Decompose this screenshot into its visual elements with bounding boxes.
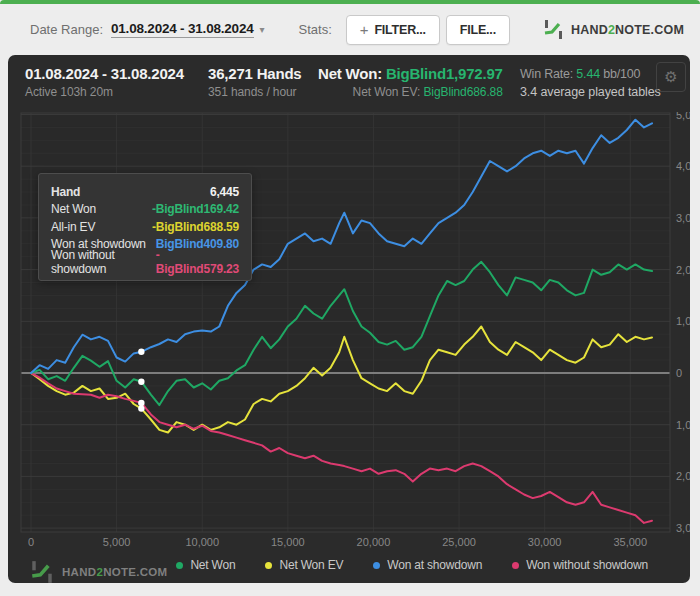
hand2note-brand: HAND2NOTE.COM (543, 19, 684, 40)
svg-text:3,000: 3,000 (676, 522, 690, 534)
stats-header: 01.08.2024 - 31.08.2024 Active 103h 20m … (8, 55, 690, 112)
svg-text:30,000: 30,000 (528, 536, 562, 548)
settings-button[interactable]: ⚙ (656, 62, 686, 92)
svg-text:0: 0 (676, 367, 682, 379)
plus-icon: + (360, 25, 369, 35)
legend-dot-won-at-showdown (373, 562, 380, 569)
legend-dot-net-won-ev (265, 562, 272, 569)
svg-text:2,000: 2,000 (676, 264, 690, 276)
legend-item-won-without-showdown[interactable]: Won without showdown (512, 558, 648, 572)
chart-area[interactable]: 5,0004,0003,0002,0001,00001,0002,0003,00… (8, 112, 690, 558)
legend-dot-won-without-showdown (512, 562, 519, 569)
tooltip-row-won-without-showdown: Won without showdown -BigBlind579.23 (51, 253, 239, 271)
svg-text:20,000: 20,000 (357, 536, 391, 548)
chart-legend: Net Won Net Won EV Won at showdown Won w… (8, 553, 690, 577)
svg-text:1,000: 1,000 (676, 419, 690, 431)
toolbar: Date Range: 01.08.2024 - 31.08.2024 ▾ St… (0, 4, 700, 55)
legend-item-net-won[interactable]: Net Won (176, 558, 235, 572)
chart-tooltip: Hand 6,445 Net Won -BigBlind169.42 All-i… (38, 173, 252, 281)
svg-text:0: 0 (28, 536, 34, 548)
filter-button[interactable]: +FILTER... (346, 15, 440, 45)
brand-text: HAND2NOTE.COM (571, 23, 684, 37)
date-range-label: Date Range: (30, 22, 103, 37)
legend-dot-net-won (176, 562, 183, 569)
svg-text:15,000: 15,000 (271, 536, 305, 548)
legend-item-net-won-ev[interactable]: Net Won EV (265, 558, 343, 572)
legend-item-won-at-showdown[interactable]: Won at showdown (373, 558, 482, 572)
tooltip-row-net-won: Net Won -BigBlind169.42 (51, 201, 239, 219)
header-hands-per-hour: 351 hands / hour (208, 84, 302, 101)
tooltip-row-hand: Hand 6,445 (51, 183, 239, 201)
svg-text:10,000: 10,000 (185, 536, 219, 548)
stats-label: Stats: (299, 22, 332, 37)
report-panel: 01.08.2024 - 31.08.2024 Active 103h 20m … (8, 55, 690, 583)
tooltip-row-allin-ev: All-in EV -BigBlind688.59 (51, 218, 239, 236)
svg-text:2,000: 2,000 (676, 470, 690, 482)
chevron-down-icon[interactable]: ▾ (260, 24, 265, 35)
svg-text:25,000: 25,000 (442, 536, 476, 548)
svg-text:5,000: 5,000 (103, 536, 131, 548)
header-active-time: Active 103h 20m (25, 84, 184, 101)
gear-icon: ⚙ (664, 68, 677, 86)
svg-text:5,000: 5,000 (676, 112, 690, 121)
header-hands: 36,271 Hands (208, 64, 302, 84)
svg-text:4,000: 4,000 (676, 160, 690, 172)
svg-text:1,000: 1,000 (676, 315, 690, 327)
header-net-won-ev: Net Won EV: BigBlind686.88 (318, 84, 503, 101)
date-range-selector[interactable]: 01.08.2024 - 31.08.2024 (111, 21, 254, 38)
header-date-range: 01.08.2024 - 31.08.2024 (25, 64, 184, 84)
header-avg-tables: 3.4 average played tables (520, 84, 661, 101)
svg-text:35,000: 35,000 (613, 536, 647, 548)
header-win-rate: Win Rate: 5.44 bb/100 (520, 64, 661, 84)
hand2note-logo-icon (543, 19, 564, 40)
file-button[interactable]: FILE... (446, 15, 510, 45)
svg-text:3,000: 3,000 (676, 212, 690, 224)
header-net-won: Net Won: BigBlind1,972.97 (318, 64, 503, 84)
